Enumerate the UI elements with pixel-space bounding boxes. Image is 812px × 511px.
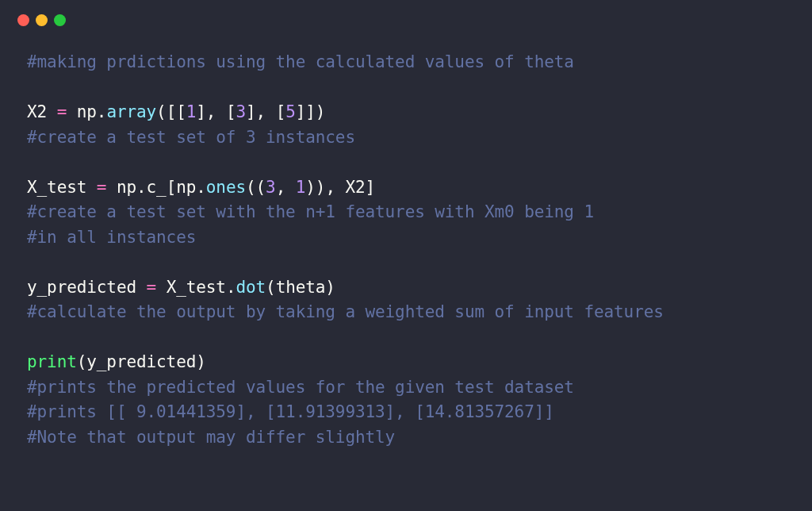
punct: ]])	[296, 102, 326, 121]
number: 1	[186, 102, 197, 121]
punct: [	[167, 178, 177, 197]
code-editor[interactable]: #making prdictions using the calculated …	[0, 26, 812, 450]
comment-line: #calculate the output by taking a weight…	[27, 302, 664, 321]
minimize-button[interactable]	[36, 14, 48, 26]
variable: theta	[276, 278, 326, 297]
punct: )	[325, 278, 335, 297]
number: 5	[285, 102, 296, 121]
module: np	[176, 178, 196, 197]
punct: .	[136, 178, 147, 197]
comment-line: #Note that output may differ slightly	[27, 428, 395, 447]
variable: y_predicted	[86, 352, 196, 371]
variable: X2	[345, 178, 365, 197]
function: ones	[206, 178, 246, 197]
function: array	[106, 102, 156, 121]
number: 3	[236, 102, 246, 121]
number: 3	[266, 178, 276, 197]
punct: (	[266, 278, 276, 297]
punct: ], [	[246, 102, 285, 121]
function: dot	[236, 278, 266, 297]
punct: .	[196, 178, 206, 197]
comment-line: #create a test set of 3 instances	[27, 128, 355, 147]
comment-line: #making prdictions using the calculated …	[27, 52, 574, 71]
punct: ((	[246, 178, 266, 197]
operator: =	[86, 178, 117, 197]
punct: ,	[276, 178, 296, 197]
punct: )	[196, 352, 206, 371]
variable: X_test	[27, 178, 86, 197]
builtin: print	[27, 352, 77, 371]
attribute: c_	[147, 178, 167, 197]
punct: (	[77, 352, 87, 371]
variable: y_predicted	[27, 278, 136, 297]
punct: .	[226, 278, 236, 297]
window-traffic-lights	[0, 0, 812, 26]
variable: X_test	[167, 278, 226, 297]
variable: X2	[27, 102, 47, 121]
number: 1	[296, 178, 306, 197]
maximize-button[interactable]	[54, 14, 66, 26]
comment-line: #create a test set with the n+1 features…	[27, 202, 594, 221]
punct: ]	[366, 178, 376, 197]
operator: =	[47, 102, 77, 121]
punct: )),	[305, 178, 345, 197]
comment-line: #in all instances	[27, 228, 196, 247]
comment-line: #prints [[ 9.01441359], [11.91399313], […	[27, 402, 554, 421]
punct: ([[	[156, 102, 186, 121]
operator: =	[136, 278, 167, 297]
module: np	[77, 102, 97, 121]
module: np	[117, 178, 136, 197]
comment-line: #prints the predicted values for the giv…	[27, 378, 574, 397]
punct: ], [	[196, 102, 236, 121]
punct: .	[97, 102, 107, 121]
close-button[interactable]	[17, 14, 29, 26]
